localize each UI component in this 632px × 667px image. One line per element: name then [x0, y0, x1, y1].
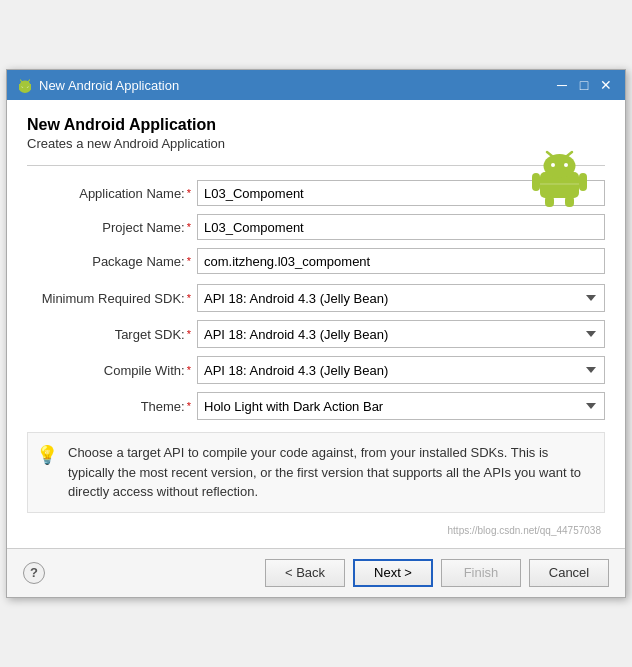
application-name-label: Application Name: *	[27, 186, 197, 201]
svg-rect-15	[579, 173, 587, 191]
theme-asterisk: *	[187, 400, 191, 412]
svg-line-13	[567, 152, 572, 156]
maximize-button[interactable]: □	[575, 76, 593, 94]
page-title: New Android Application	[27, 116, 605, 134]
target-sdk-row: Target SDK: * API 18: Android 4.3 (Jelly…	[27, 320, 605, 348]
info-icon: 💡	[36, 444, 58, 466]
back-button[interactable]: < Back	[265, 559, 345, 587]
compile-with-select[interactable]: API 18: Android 4.3 (Jelly Bean)API 14: …	[197, 356, 605, 384]
minimum-sdk-row: Minimum Required SDK: * API 18: Android …	[27, 284, 605, 312]
help-button[interactable]: ?	[23, 562, 45, 584]
minimum-sdk-label: Minimum Required SDK: *	[27, 291, 197, 306]
info-section: 💡 Choose a target API to compile your co…	[27, 432, 605, 513]
header-text: New Android Application Creates a new An…	[27, 116, 605, 165]
dialog-window: New Android Application ─ □ ✕ New Androi…	[6, 69, 626, 598]
package-name-label: Package Name: *	[27, 254, 197, 269]
target-sdk-label: Target SDK: *	[27, 327, 197, 342]
minimum-sdk-select[interactable]: API 18: Android 4.3 (Jelly Bean)API 14: …	[197, 284, 605, 312]
package-name-asterisk: *	[187, 255, 191, 267]
project-name-row: Project Name: *	[27, 214, 605, 240]
title-bar-android-icon	[17, 77, 33, 93]
theme-label: Theme: *	[27, 399, 197, 414]
svg-point-7	[20, 81, 30, 88]
svg-point-9	[544, 154, 576, 178]
cancel-button[interactable]: Cancel	[529, 559, 609, 587]
package-name-input[interactable]	[197, 248, 605, 274]
svg-rect-16	[545, 196, 554, 207]
application-name-asterisk: *	[187, 187, 191, 199]
min-sdk-asterisk: *	[187, 292, 191, 304]
svg-point-10	[551, 163, 555, 167]
project-name-label: Project Name: *	[27, 220, 197, 235]
form-section: Application Name: * Project Name: * Pack…	[27, 180, 605, 420]
close-button[interactable]: ✕	[597, 76, 615, 94]
bottom-bar: ? < Back Next > Finish Cancel	[7, 548, 625, 597]
minimize-button[interactable]: ─	[553, 76, 571, 94]
target-sdk-asterisk: *	[187, 328, 191, 340]
finish-button[interactable]: Finish	[441, 559, 521, 587]
svg-rect-14	[532, 173, 540, 191]
android-logo	[532, 150, 587, 211]
url-bar: https://blog.csdn.net/qq_44757038	[27, 523, 605, 538]
header-divider	[27, 165, 605, 166]
info-text: Choose a target API to compile your code…	[68, 443, 596, 502]
title-bar-controls: ─ □ ✕	[553, 76, 615, 94]
svg-rect-17	[565, 196, 574, 207]
theme-select[interactable]: Holo Light with Dark Action BarHolo Dark…	[197, 392, 605, 420]
package-name-row: Package Name: *	[27, 248, 605, 274]
compile-with-row: Compile With: * API 18: Android 4.3 (Jel…	[27, 356, 605, 384]
target-sdk-select[interactable]: API 18: Android 4.3 (Jelly Bean)API 14: …	[197, 320, 605, 348]
theme-row: Theme: * Holo Light with Dark Action Bar…	[27, 392, 605, 420]
project-name-input[interactable]	[197, 214, 605, 240]
compile-with-asterisk: *	[187, 364, 191, 376]
svg-point-11	[564, 163, 568, 167]
project-name-asterisk: *	[187, 221, 191, 233]
compile-with-label: Compile With: *	[27, 363, 197, 378]
page-subtitle: Creates a new Android Application	[27, 136, 605, 151]
bottom-buttons: < Back Next > Finish Cancel	[265, 559, 609, 587]
title-bar-left: New Android Application	[17, 77, 179, 93]
next-button[interactable]: Next >	[353, 559, 433, 587]
header-row: New Android Application Creates a new An…	[27, 116, 605, 165]
title-bar: New Android Application ─ □ ✕	[7, 70, 625, 100]
application-name-row: Application Name: *	[27, 180, 605, 206]
svg-line-12	[547, 152, 552, 156]
dialog-content: New Android Application Creates a new An…	[7, 100, 625, 548]
title-bar-title: New Android Application	[39, 78, 179, 93]
